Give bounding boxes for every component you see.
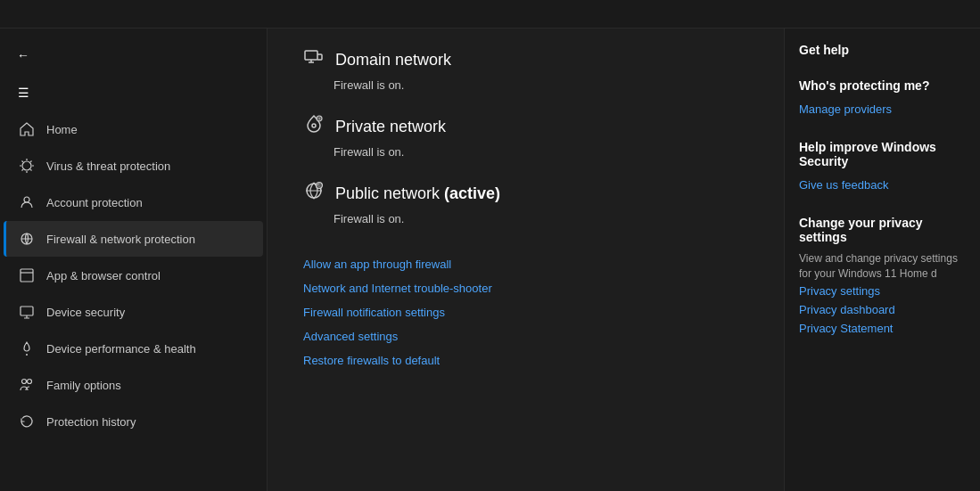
action-links-list: Allow an app through firewallNetwork and… [303, 252, 748, 372]
action-link-allow-app[interactable]: Allow an app through firewall [303, 252, 748, 276]
back-icon: ← [17, 48, 29, 62]
app-container: ← ☰ Home Virus & threat protection Accou… [0, 29, 980, 491]
account-icon [18, 193, 36, 211]
sidebar-item-label: Family options [46, 379, 121, 392]
svg-rect-7 [305, 51, 317, 60]
action-link-network-trouble[interactable]: Network and Internet trouble-shooter [303, 276, 748, 300]
rp-section-title: Get help [799, 43, 966, 57]
network-list: Domain network Firewall is on. ? Private… [303, 46, 748, 225]
sidebar-item-label: Virus & threat protection [46, 160, 170, 173]
sidebar-item-device-perf[interactable]: Device performance & health [4, 331, 263, 366]
device-security-icon [18, 303, 36, 321]
network-header: ? Private network [303, 113, 748, 140]
titlebar [0, 0, 980, 29]
rp-link-privacy-statement[interactable]: Privacy Statement [799, 319, 966, 338]
rp-section-privacy: Change your privacy settingsView and cha… [799, 216, 966, 338]
action-link-restore[interactable]: Restore firewalls to default [303, 348, 748, 372]
sidebar-item-label: Protection history [46, 415, 136, 429]
network-title: Domain network [335, 51, 451, 70]
minimize-button[interactable] [948, 5, 969, 23]
history-icon [18, 413, 36, 430]
family-icon [18, 376, 36, 394]
sidebar-item-virus[interactable]: Virus & threat protection [4, 148, 263, 184]
domain-network-icon [303, 46, 325, 73]
app-browser-icon [18, 266, 36, 284]
sidebar-item-history[interactable]: Protection history [4, 404, 263, 439]
sidebar-item-label: Device performance & health [46, 342, 196, 356]
rp-section-whos-protecting: Who's protecting me?Manage providers [799, 78, 966, 119]
rp-section-help-improve: Help improve Windows SecurityGive us fee… [799, 140, 966, 194]
device-perf-icon [18, 340, 36, 357]
rp-link-privacy-dashboard[interactable]: Privacy dashboard [799, 300, 966, 319]
sidebar-item-label: Firewall & network protection [46, 233, 195, 246]
network-section-public: Public network (active) Firewall is on. [303, 180, 748, 225]
action-link-advanced[interactable]: Advanced settings [303, 324, 748, 348]
active-badge: (active) [444, 184, 500, 202]
sidebar-item-label: App & browser control [46, 269, 161, 282]
network-status: Firewall is on. [334, 78, 748, 92]
rp-section-title: Who's protecting me? [799, 78, 966, 93]
network-status: Firewall is on. [334, 212, 748, 225]
sidebar-item-label: Home [46, 123, 78, 136]
rp-link-privacy-settings[interactable]: Privacy settings [799, 282, 966, 300]
home-icon [18, 120, 36, 138]
rp-section-title: Help improve Windows Security [799, 140, 966, 168]
rp-link-feedback[interactable]: Give us feedback [799, 176, 966, 194]
svg-point-1 [24, 197, 29, 202]
sidebar-item-firewall[interactable]: Firewall & network protection [4, 221, 263, 257]
network-title: Public network (active) [335, 184, 500, 203]
virus-icon [18, 157, 36, 175]
rp-link-manage-providers[interactable]: Manage providers [799, 100, 966, 119]
rp-section-get-help: Get help [799, 43, 966, 57]
svg-text:?: ? [318, 117, 321, 122]
right-panel: Get helpWho's protecting me?Manage provi… [784, 29, 980, 491]
rp-description: View and change privacy settings for you… [799, 251, 966, 282]
sidebar-item-home[interactable]: Home [4, 111, 263, 147]
network-header: Domain network [303, 46, 748, 73]
sidebar: ← ☰ Home Virus & threat protection Accou… [0, 29, 268, 491]
sidebar-item-device-security[interactable]: Device security [4, 294, 263, 330]
menu-icon: ☰ [18, 86, 29, 100]
back-button[interactable]: ← [7, 39, 39, 71]
sidebar-item-label: Account protection [46, 196, 143, 209]
sidebar-item-account[interactable]: Account protection [4, 184, 263, 220]
sidebar-item-app-browser[interactable]: App & browser control [4, 258, 263, 293]
right-panel-sections: Get helpWho's protecting me?Manage provi… [799, 43, 966, 338]
svg-point-5 [22, 380, 27, 384]
main-content: Domain network Firewall is on. ? Private… [268, 29, 784, 491]
sidebar-item-family[interactable]: Family options [4, 367, 263, 403]
svg-point-0 [22, 161, 31, 170]
menu-button[interactable]: ☰ [7, 77, 39, 109]
rp-section-title: Change your privacy settings [799, 216, 966, 244]
svg-rect-3 [21, 269, 33, 282]
sidebar-nav: Home Virus & threat protection Account p… [0, 110, 267, 440]
network-status: Firewall is on. [334, 145, 748, 159]
network-section-private: ? Private network Firewall is on. [303, 113, 748, 159]
svg-point-8 [312, 124, 316, 127]
window-controls [948, 5, 969, 23]
action-link-firewall-notify[interactable]: Firewall notification settings [303, 300, 748, 324]
network-header: Public network (active) [303, 180, 748, 207]
network-title: Private network [335, 118, 446, 136]
public-network-icon [303, 180, 325, 207]
svg-rect-4 [21, 307, 33, 315]
network-section-domain: Domain network Firewall is on. [303, 46, 748, 92]
private-network-icon: ? [303, 113, 325, 140]
svg-point-6 [28, 380, 32, 384]
firewall-icon [18, 230, 36, 248]
action-links: Allow an app through firewallNetwork and… [303, 252, 748, 372]
sidebar-item-label: Device security [46, 306, 125, 319]
svg-point-13 [319, 186, 320, 187]
